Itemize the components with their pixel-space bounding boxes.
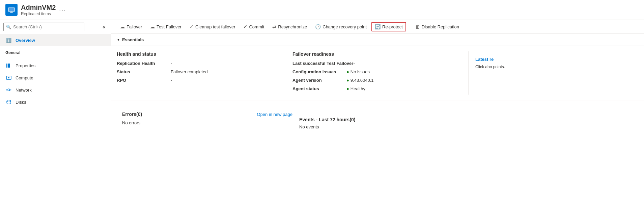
search-input[interactable] [3, 23, 84, 31]
svg-point-10 [6, 90, 7, 91]
network-icon [5, 87, 12, 93]
svg-point-8 [8, 77, 9, 78]
svg-rect-5 [8, 64, 9, 68]
svg-rect-4 [6, 64, 7, 68]
header-title-block: AdminVM2 Replicated items [21, 3, 56, 16]
vm-icon [5, 4, 18, 16]
more-options-dots[interactable]: ··· [59, 6, 66, 14]
events-title: Events - Last 72 hours(0) [299, 117, 633, 122]
sidebar-item-overview[interactable]: ℹ️ Overview [0, 34, 111, 46]
latest-re-title: Latest re [475, 57, 633, 62]
status-label: Status [117, 69, 171, 74]
sidebar-item-disks[interactable]: Disks [0, 96, 111, 108]
resync-label: Resynchronize [278, 24, 307, 29]
re-protect-button[interactable]: 🔄 Re-protect [371, 22, 406, 31]
health-status-title: Health and status [117, 51, 287, 57]
commit-button[interactable]: ✔ Commit [240, 22, 268, 31]
failover-icon: ☁ [120, 24, 125, 29]
agent-version-value: 9.43.6040.1 [351, 78, 374, 83]
svg-point-9 [8, 89, 10, 91]
disable-replication-label: Disable Replication [422, 24, 459, 29]
config-issues-label: Configuration issues [292, 69, 346, 74]
resync-icon: ⇄ [272, 24, 276, 29]
sidebar-properties-label: Properties [16, 63, 35, 68]
compute-icon [5, 74, 12, 81]
main-content: ☁ Failover ☁ Test Failover ✓ Cleanup tes… [111, 20, 644, 195]
essentials-header[interactable]: ▼ Essentials [111, 34, 644, 46]
last-test-failover-value: - [353, 61, 355, 66]
disable-replication-button[interactable]: 🗑 Disable Replication [412, 22, 463, 31]
bottom-section: Errors(0) Open in new page No errors Eve… [111, 100, 644, 140]
errors-col: Errors(0) Open in new page No errors [122, 112, 292, 129]
agent-version-label: Agent version [292, 78, 346, 83]
toolbar: ☁ Failover ☁ Test Failover ✓ Cleanup tes… [111, 20, 644, 34]
test-failover-label: Test Failover [157, 24, 181, 29]
cleanup-label: Cleanup test failover [195, 24, 235, 29]
rpo-row: RPO - [117, 78, 287, 83]
no-errors-text: No errors [122, 119, 292, 127]
sidebar-disks-label: Disks [16, 100, 26, 105]
config-issues-value: No issues [351, 69, 370, 74]
resynchronize-button[interactable]: ⇄ Resynchronize [269, 22, 310, 31]
status-row: Status Failover completed [117, 69, 287, 74]
replication-health-row: Replication Health - [117, 61, 287, 66]
change-recovery-point-button[interactable]: 🕐 Change recovery point [312, 22, 370, 31]
cleanup-icon: ✓ [190, 24, 194, 29]
svg-rect-1 [9, 8, 15, 11]
page-subtitle: Replicated items [21, 11, 56, 16]
replication-health-value: - [171, 61, 172, 66]
config-issues-value-wrap: ● No issues [346, 69, 370, 74]
sidebar-item-properties[interactable]: Properties [0, 59, 111, 72]
config-issues-ok-icon: ● [346, 69, 349, 74]
open-in-new-page-link[interactable]: Open in new page [257, 112, 292, 117]
agent-status-value: Healthy [351, 86, 365, 91]
agent-status-value-wrap: ● Healthy [346, 86, 365, 91]
agent-version-value-wrap: ● 9.43.6040.1 [346, 78, 374, 83]
latest-re-text: Click abo points. [475, 65, 633, 69]
svg-rect-3 [10, 13, 13, 13]
test-failover-button[interactable]: ☁ Test Failover [147, 22, 185, 31]
cleanup-test-failover-button[interactable]: ✓ Cleanup test failover [186, 22, 239, 31]
health-status-col: Health and status Replication Health - S… [117, 51, 287, 95]
properties-icon [5, 62, 12, 69]
essentials-chevron-icon: ▼ [117, 38, 120, 42]
replication-health-label: Replication Health [117, 61, 171, 66]
search-input-wrap: 🔍 [3, 23, 98, 31]
last-test-failover-label: Last successful Test Failover [292, 61, 353, 66]
no-events-text: No events [299, 124, 633, 129]
recovery-point-icon: 🕐 [315, 24, 321, 29]
agent-version-row: Agent version ● 9.43.6040.1 [292, 78, 463, 83]
general-section-label: General [0, 46, 111, 56]
main-layout: 🔍 « ℹ️ Overview General Properties Compu… [0, 20, 644, 195]
agent-version-ok-icon: ● [346, 78, 349, 83]
toolbar-separator [409, 23, 409, 30]
svg-point-11 [10, 90, 11, 91]
re-protect-label: Re-protect [382, 24, 403, 29]
failover-readiness-col: Failover readiness Last successful Test … [292, 51, 463, 95]
bottom-grid: Errors(0) Open in new page No errors Eve… [117, 106, 639, 135]
latest-recovery-col: Latest re Click abo points. [468, 51, 639, 95]
disks-icon [5, 99, 12, 105]
essentials-header-label: Essentials [122, 37, 144, 42]
svg-rect-6 [9, 64, 10, 68]
search-bar: 🔍 « [0, 20, 111, 34]
nav-divider [5, 58, 106, 58]
failover-button[interactable]: ☁ Failover [117, 22, 145, 31]
essentials-grid: Health and status Replication Health - S… [111, 46, 644, 100]
status-value: Failover completed [171, 69, 208, 74]
agent-status-ok-icon: ● [346, 86, 349, 91]
collapse-sidebar-button[interactable]: « [101, 23, 108, 31]
overview-icon: ℹ️ [5, 37, 12, 44]
sidebar-item-network[interactable]: Network [0, 84, 111, 96]
page-title: AdminVM2 [21, 3, 56, 11]
sidebar-item-compute[interactable]: Compute [0, 72, 111, 84]
rpo-value: - [171, 78, 172, 83]
content-area: ▼ Essentials Health and status Replicati… [111, 34, 644, 195]
events-col: Events - Last 72 hours(0) No events [292, 117, 633, 129]
sidebar-compute-label: Compute [16, 75, 33, 80]
last-test-failover-row: Last successful Test Failover - [292, 61, 463, 66]
page-header: AdminVM2 Replicated items ··· [0, 0, 644, 20]
recovery-point-label: Change recovery point [323, 24, 367, 29]
commit-label: Commit [249, 24, 264, 29]
failover-readiness-title: Failover readiness [292, 51, 463, 57]
